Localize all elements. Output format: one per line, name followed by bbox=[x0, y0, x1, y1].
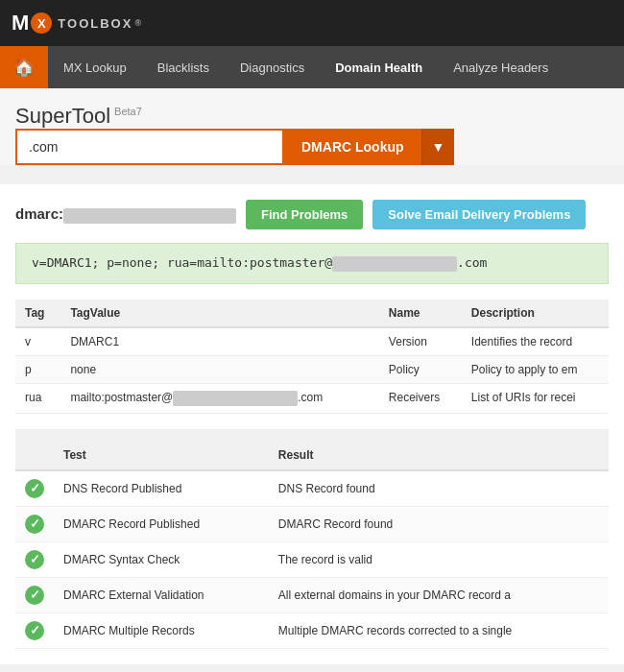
name-rua: Receivers bbox=[379, 383, 462, 413]
dmarc-label: dmarc: bbox=[15, 205, 236, 223]
test-result-external: All external domains in your DMARC recor… bbox=[269, 577, 609, 612]
dmarc-lookup-button[interactable]: DMARC Lookup bbox=[284, 129, 421, 165]
tag-p: p bbox=[15, 355, 60, 383]
test-status-external: ✓ bbox=[15, 577, 54, 612]
col-tagvalue: TagValue bbox=[60, 300, 378, 327]
pass-icon: ✓ bbox=[25, 515, 44, 534]
name-p: Policy bbox=[379, 355, 462, 383]
main-nav: 🏠 MX Lookup Blacklists Diagnostics Domai… bbox=[0, 46, 624, 88]
result-header: dmarc: Find Problems Solve Email Deliver… bbox=[15, 200, 609, 229]
pass-icon: ✓ bbox=[25, 550, 44, 569]
dmarc-record-box: v=DMARC1; p=none; rua=mailto:postmaster@… bbox=[15, 243, 609, 284]
logo-x: X bbox=[31, 12, 52, 34]
tag-rua: rua bbox=[15, 383, 60, 413]
test-row-external: ✓ DMARC External Validation All external… bbox=[15, 577, 609, 612]
test-table: Test Result ✓ DNS Record Published DNS R… bbox=[15, 441, 609, 649]
desc-v: Identifies the record bbox=[462, 327, 609, 356]
test-result-dmarc-published: DMARC Record found bbox=[269, 506, 609, 541]
test-name-dns-published: DNS Record Published bbox=[54, 470, 269, 507]
col-test: Test bbox=[54, 441, 269, 470]
test-row-dmarc-published: ✓ DMARC Record Published DMARC Record fo… bbox=[15, 506, 609, 541]
logo: M X TOOLBOX ® bbox=[12, 11, 141, 36]
section-divider bbox=[15, 429, 609, 441]
result-section: dmarc: Find Problems Solve Email Deliver… bbox=[0, 184, 624, 664]
test-result-dns-published: DNS Record found bbox=[269, 470, 609, 507]
tagvalue-rua: mailto:postmaster@ .com bbox=[60, 383, 378, 413]
logo-toolbox: TOOLBOX bbox=[58, 16, 132, 31]
tagvalue-v: DMARC1 bbox=[60, 327, 378, 356]
nav-diagnostics[interactable]: Diagnostics bbox=[225, 46, 320, 88]
pass-icon: ✓ bbox=[25, 621, 44, 640]
tag-table: Tag TagValue Name Description v DMARC1 V… bbox=[15, 300, 609, 414]
table-row: v DMARC1 Version Identifies the record bbox=[15, 327, 609, 356]
solve-email-button[interactable]: Solve Email Delivery Problems bbox=[372, 200, 586, 229]
logo-m: M bbox=[12, 11, 29, 36]
test-row-syntax: ✓ DMARC Syntax Check The record is valid bbox=[15, 541, 609, 577]
col-status bbox=[15, 441, 54, 470]
rua-domain-blurred bbox=[173, 391, 298, 406]
col-tag: Tag bbox=[15, 300, 60, 327]
pass-icon: ✓ bbox=[25, 479, 44, 498]
test-status-dns-published: ✓ bbox=[15, 470, 54, 507]
test-result-syntax: The record is valid bbox=[269, 541, 609, 577]
nav-mx-lookup[interactable]: MX Lookup bbox=[48, 46, 142, 88]
test-name-multiple: DMARC Multiple Records bbox=[54, 612, 269, 648]
dmarc-record-text: v=DMARC1; p=none; rua=mailto:postmaster@ bbox=[32, 255, 332, 270]
nav-analyze-headers[interactable]: Analyze Headers bbox=[438, 46, 564, 88]
dmarc-domain-blurred bbox=[332, 256, 457, 272]
domain-blurred bbox=[63, 208, 236, 224]
test-status-dmarc-published: ✓ bbox=[15, 506, 54, 541]
dmarc-record-suffix: .com bbox=[457, 255, 487, 270]
desc-rua: List of URIs for recei bbox=[462, 383, 609, 413]
test-status-syntax: ✓ bbox=[15, 541, 54, 577]
test-row-multiple: ✓ DMARC Multiple Records Multiple DMARC … bbox=[15, 612, 609, 648]
col-description: Description bbox=[462, 300, 609, 327]
header: M X TOOLBOX ® bbox=[0, 0, 624, 46]
home-button[interactable]: 🏠 bbox=[0, 46, 48, 88]
nav-domain-health[interactable]: Domain Health bbox=[320, 46, 438, 88]
logo-registered: ® bbox=[134, 18, 141, 28]
test-name-external: DMARC External Validation bbox=[54, 577, 269, 612]
test-row-dns-published: ✓ DNS Record Published DNS Record found bbox=[15, 470, 609, 507]
supertool-title-row: SuperToolBeta7 bbox=[15, 104, 609, 129]
main-content: SuperToolBeta7 DMARC Lookup ▼ bbox=[0, 88, 624, 165]
test-status-multiple: ✓ bbox=[15, 612, 54, 648]
table-row: p none Policy Policy to apply to em bbox=[15, 355, 609, 383]
search-row: DMARC Lookup ▼ bbox=[15, 129, 609, 165]
nav-blacklists[interactable]: Blacklists bbox=[142, 46, 225, 88]
col-result: Result bbox=[269, 441, 609, 470]
name-v: Version bbox=[379, 327, 462, 356]
supertool-title: SuperToolBeta7 bbox=[15, 104, 142, 128]
test-name-syntax: DMARC Syntax Check bbox=[54, 541, 269, 577]
tag-v: v bbox=[15, 327, 60, 356]
tagvalue-p: none bbox=[60, 355, 378, 383]
desc-p: Policy to apply to em bbox=[462, 355, 609, 383]
search-input[interactable] bbox=[15, 129, 284, 165]
test-name-dmarc-published: DMARC Record Published bbox=[54, 506, 269, 541]
pass-icon: ✓ bbox=[25, 586, 44, 605]
beta-badge: Beta7 bbox=[114, 106, 142, 117]
table-row: rua mailto:postmaster@ .com Receivers Li… bbox=[15, 383, 609, 413]
dmarc-dropdown-button[interactable]: ▼ bbox=[421, 129, 455, 165]
col-name: Name bbox=[379, 300, 462, 327]
find-problems-button[interactable]: Find Problems bbox=[246, 200, 363, 229]
test-result-multiple: Multiple DMARC records corrected to a si… bbox=[269, 612, 609, 648]
home-icon: 🏠 bbox=[13, 57, 35, 78]
